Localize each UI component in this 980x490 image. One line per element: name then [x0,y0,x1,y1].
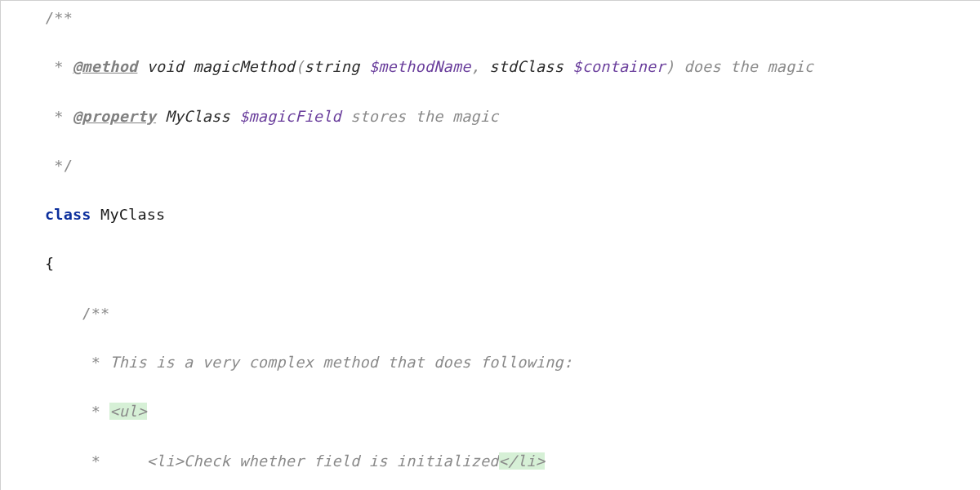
doc-star: * [45,354,109,371]
code-line: * <ul> [45,399,980,424]
code-line: { [45,252,980,276]
doc-star: * [45,403,109,420]
code-line: * <li>Check whether field is initialized… [45,449,980,474]
code-line: * @method void magicMethod(string $metho… [45,55,980,79]
keyword-class: class [45,206,91,223]
doc-type: MyClass [165,108,229,125]
doc-star: * [45,452,109,470]
spacer [156,108,165,125]
code-line: /** [45,6,980,30]
code-line: class MyClass [45,203,980,227]
spacer [360,58,369,75]
doc-param-type: stdClass [489,58,564,75]
doc-text: stores the magic [341,108,499,125]
paren-close: ) [666,58,675,75]
doc-text: Check whether field is initialized [184,452,499,470]
doc-star: * [45,108,73,125]
doc-method-name: magicMethod [193,58,295,75]
doc-close: */ [45,157,73,174]
class-name: MyClass [100,206,165,223]
separator: , [471,58,490,75]
code-line: */ [45,154,980,178]
doc-return-type: void [147,58,184,75]
spacer [91,206,100,223]
doc-text: This is a very complex method that does … [109,354,572,371]
code-line: * This is a very complex method that doe… [45,350,980,375]
indent [109,452,146,470]
doc-param-var: $methodName [369,58,471,75]
doc-param-type: string [305,58,360,75]
paren-open: ( [295,58,304,75]
html-tag: <li> [147,452,184,470]
html-tag: <ul> [109,403,146,420]
brace-open: { [45,255,54,272]
doc-text: does the magic [675,58,813,75]
tag-property: @property [73,108,156,125]
code-line: /** [45,301,980,326]
doc-open: /** [45,9,73,26]
doc-open: /** [45,305,109,322]
tag-method: @method [73,58,137,75]
html-tag: </li> [499,452,546,470]
code-line: * @property MyClass $magicField stores t… [45,105,980,129]
doc-var: $magicField [239,108,341,125]
spacer [184,58,193,75]
doc-param-var: $container [572,58,665,75]
spacer [230,108,239,125]
doc-star: * [45,58,73,75]
spacer [564,58,572,75]
code-editor[interactable]: /** * @method void magicMethod(string $m… [0,0,980,490]
spacer [137,58,146,75]
